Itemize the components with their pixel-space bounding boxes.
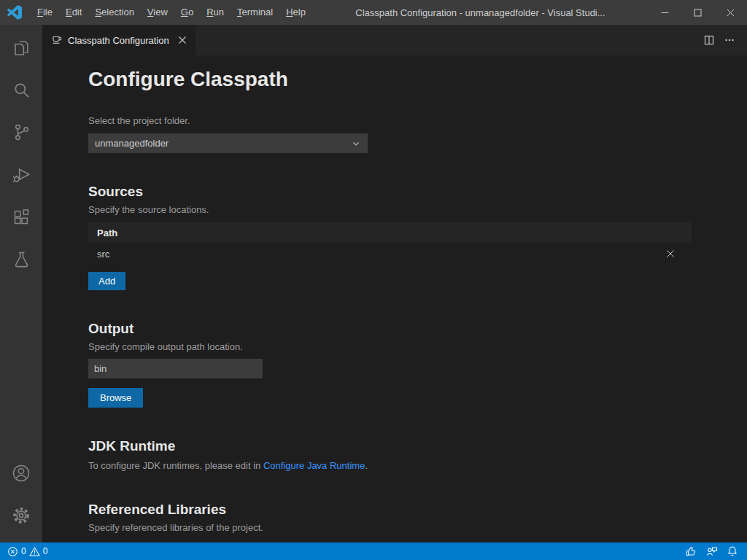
- warning-icon: [29, 546, 40, 557]
- sources-table-header: Path: [88, 222, 692, 243]
- accounts-icon[interactable]: [4, 455, 39, 491]
- notifications-bell-icon[interactable]: [722, 542, 743, 560]
- sources-heading: Sources: [88, 182, 692, 201]
- vscode-logo-icon: [7, 5, 22, 20]
- minimize-button[interactable]: [649, 0, 681, 25]
- run-and-debug-icon[interactable]: [4, 156, 39, 192]
- java-cup-icon: [51, 34, 63, 46]
- extensions-icon[interactable]: [4, 198, 39, 235]
- feedback-thumbs-icon[interactable]: [681, 542, 701, 560]
- project-folder-label: Select the project folder.: [88, 115, 692, 126]
- chevron-down-icon: [351, 139, 361, 149]
- more-actions-icon[interactable]: [719, 31, 740, 49]
- project-folder-selected-value: unmanagedfolder: [95, 138, 351, 149]
- status-bar-right: [681, 542, 743, 560]
- menu-view[interactable]: View: [141, 0, 174, 25]
- jdk-runtime-heading: JDK Runtime: [88, 437, 692, 455]
- source-path-value: src: [97, 249, 109, 260]
- menu-run[interactable]: Run: [200, 0, 231, 25]
- referenced-libraries-description: Specify referenced libraries of the proj…: [88, 522, 692, 533]
- title-bar: File Edit Selection View Go Run Terminal…: [0, 0, 747, 25]
- remove-source-icon[interactable]: [664, 247, 677, 260]
- configure-java-runtime-link[interactable]: Configure Java Runtime: [263, 460, 365, 471]
- explorer-icon[interactable]: [4, 29, 39, 66]
- menu-selection[interactable]: Selection: [88, 0, 140, 25]
- jdk-text-after: .: [365, 460, 368, 471]
- tab-bar: Classpath Configuration: [42, 25, 747, 55]
- tab-label: Classpath Configuration: [68, 35, 169, 46]
- menu-edit[interactable]: Edit: [59, 0, 88, 25]
- menu-terminal[interactable]: Terminal: [231, 0, 279, 25]
- referenced-libraries-heading: Referenced Libraries: [88, 500, 692, 518]
- menu-file[interactable]: File: [31, 0, 59, 25]
- warning-count: 0: [43, 546, 48, 556]
- window-title: Classpath Configuration - unmanagedfolde…: [312, 7, 649, 18]
- browse-button[interactable]: Browse: [88, 388, 143, 408]
- share-feedback-icon[interactable]: [701, 542, 722, 560]
- tab-classpath-configuration[interactable]: Classpath Configuration: [42, 25, 196, 55]
- menu-help[interactable]: Help: [279, 0, 312, 25]
- testing-icon[interactable]: [4, 241, 39, 277]
- error-icon: [7, 546, 18, 557]
- close-window-button[interactable]: [714, 0, 747, 25]
- path-column-header: Path: [97, 228, 117, 238]
- sources-table: Path src: [88, 222, 692, 265]
- output-description: Specify compile output path location.: [88, 341, 692, 352]
- editor-actions: [699, 25, 747, 55]
- source-row-src[interactable]: src: [88, 243, 692, 265]
- menu-go[interactable]: Go: [174, 0, 200, 25]
- page-title: Configure Classpath: [88, 67, 692, 92]
- window-controls: [649, 0, 747, 25]
- settings-gear-icon[interactable]: [4, 497, 39, 534]
- split-editor-icon[interactable]: [699, 31, 719, 49]
- output-heading: Output: [88, 319, 692, 338]
- maximize-button[interactable]: [681, 0, 714, 25]
- project-folder-dropdown[interactable]: unmanagedfolder: [88, 133, 368, 153]
- menu-bar: File Edit Selection View Go Run Terminal…: [31, 0, 312, 25]
- problems-status[interactable]: 0 0: [3, 542, 52, 560]
- output-path-input[interactable]: [88, 359, 263, 378]
- jdk-text-before: To configure JDK runtimes, please edit i…: [88, 460, 263, 471]
- error-count: 0: [21, 546, 26, 556]
- add-source-button[interactable]: Add: [88, 272, 125, 290]
- activity-bar: [0, 25, 42, 542]
- sources-description: Specify the source locations.: [88, 204, 692, 215]
- status-bar: 0 0: [0, 542, 747, 560]
- tab-close-icon[interactable]: [177, 34, 188, 46]
- search-icon[interactable]: [4, 71, 39, 108]
- classpath-configuration-page: Configure Classpath Select the project f…: [42, 55, 747, 542]
- jdk-runtime-text: To configure JDK runtimes, please edit i…: [88, 460, 692, 471]
- source-control-icon[interactable]: [4, 114, 39, 150]
